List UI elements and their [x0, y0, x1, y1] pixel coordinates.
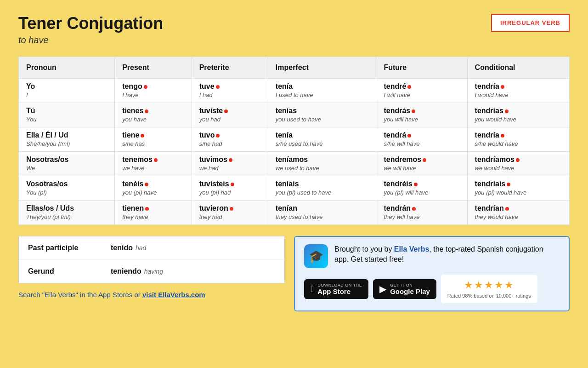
col-pronoun: Pronoun — [19, 57, 115, 79]
past-participle-translation: had — [136, 244, 146, 252]
app-store-button[interactable]:  Download on the App Store — [304, 279, 368, 299]
verb-sub: I have — [122, 92, 138, 98]
verb-sub: you used to have — [276, 116, 321, 123]
verb-form: tendré — [384, 82, 459, 91]
irregular-dot — [407, 134, 411, 138]
table-row: Ellas/os / UdsThey/you (pl fml)tienenthe… — [19, 201, 570, 225]
verb-sub: you have — [122, 116, 147, 123]
irregular-dot — [501, 134, 504, 138]
col-preterite: Preterite — [192, 57, 268, 79]
verb-form: tendrás — [384, 107, 459, 115]
verb-form: tuvo — [199, 131, 260, 139]
verb-sub: you would have — [475, 116, 516, 123]
verb-cell: teníanthey used to have — [268, 201, 376, 225]
verb-sub: they had — [199, 213, 222, 220]
verb-form: teníamos — [276, 155, 369, 164]
verb-translation: to have — [18, 35, 163, 46]
verb-name: Tener — [18, 14, 62, 33]
verb-sub: they would have — [475, 213, 518, 220]
verb-cell: tendríasyou would have — [467, 103, 569, 127]
verb-cell: tuveI had — [192, 79, 268, 103]
pronoun-cell: Ellas/os / UdsThey/you (pl fml) — [19, 201, 115, 225]
search-prompt: Search "Ella Verbs" in the App Stores or… — [18, 291, 285, 299]
verb-sub: we had — [199, 165, 219, 172]
verb-cell: tendréI will have — [376, 79, 467, 103]
col-conditional: Conditional — [467, 57, 569, 79]
page-header: Tener Conjugation to have IRREGULAR VERB — [18, 14, 570, 46]
verb-form: teníais — [276, 180, 369, 188]
irregular-verb-badge: IRREGULAR VERB — [491, 14, 570, 32]
verb-cell: tuvisteisyou (pl) had — [192, 176, 268, 201]
pronoun-main: Yo — [26, 82, 107, 91]
verb-form: tengo — [122, 82, 184, 91]
table-row: TúYoutienesyou havetuvisteyou hadteníasy… — [19, 103, 570, 127]
verb-form: tenías — [276, 107, 369, 115]
gerund-label: Gerund — [28, 267, 111, 276]
pronoun-sub: We — [26, 165, 35, 172]
table-row: Vosotras/osYou (pl)tenéisyou (pl) havetu… — [19, 176, 570, 201]
col-imperfect: Imperfect — [268, 57, 376, 79]
verb-form: tenía — [276, 131, 369, 139]
pronoun-main: Ellas/os / Uds — [26, 204, 107, 213]
verb-sub: s/he used to have — [276, 140, 323, 147]
pronoun-cell: Nosotras/osWe — [19, 152, 115, 176]
irregular-dot — [423, 158, 426, 162]
ella-verbs-app-link[interactable]: Ella Verbs — [394, 245, 430, 253]
verb-cell: tenéisyou (pl) have — [115, 176, 192, 201]
bottom-section: Past participle tenido had Gerund tenien… — [18, 236, 570, 311]
google-play-button[interactable]: ▶ GET IT ON Google Play — [373, 279, 436, 299]
irregular-dot — [505, 109, 509, 113]
verb-sub: you (pl) will have — [384, 189, 428, 196]
verb-sub: we used to have — [276, 165, 319, 172]
pronoun-main: Tú — [26, 107, 107, 115]
irregular-dot — [501, 85, 504, 89]
irregular-dot — [145, 183, 148, 186]
verb-form: tendríamos — [475, 155, 562, 164]
verb-form: tuvimos — [199, 155, 260, 164]
pronoun-main: Vosotras/os — [26, 180, 107, 188]
verb-sub: they have — [122, 213, 148, 220]
rating-text: Rated 98% based on 10,000+ ratings — [447, 293, 531, 299]
gerund-row: Gerund teniendo having — [19, 260, 284, 283]
verb-cell: tendremoswe will have — [376, 152, 467, 176]
verb-cell: tienenthey have — [115, 201, 192, 225]
irregular-dot — [412, 207, 416, 211]
verb-cell: tendrás/he will have — [376, 127, 467, 152]
verb-cell: teníaI used to have — [268, 79, 376, 103]
verb-form: tenían — [276, 204, 369, 213]
pronoun-cell: Ella / Él / UdShe/he/you (fml) — [19, 127, 115, 152]
verb-sub: s/he had — [199, 140, 222, 147]
verb-form: tendrían — [475, 204, 562, 213]
verb-sub: I used to have — [276, 92, 313, 98]
gerund-value: teniendo — [111, 267, 141, 276]
verb-form: tuvieron — [199, 204, 260, 213]
google-play-icon: ▶ — [379, 283, 386, 294]
verb-cell: tenías/he used to have — [268, 127, 376, 152]
promo-text-before: Brought to you by — [334, 245, 394, 253]
app-store-top-text: Download on the — [317, 283, 362, 288]
verb-cell: teníamoswe used to have — [268, 152, 376, 176]
promo-box: 🎓 Brought to you by Ella Verbs, the top-… — [294, 236, 570, 311]
verb-sub: s/he has — [122, 140, 145, 147]
gerund-translation: having — [144, 268, 163, 275]
verb-cell: tendríamoswe would have — [467, 152, 569, 176]
verb-sub: they used to have — [276, 213, 323, 220]
verb-cell: tienes/he has — [115, 127, 192, 152]
ella-verbs-link[interactable]: visit EllaVerbs.com — [142, 291, 205, 299]
verb-form: tendría — [475, 82, 562, 91]
title-suffix: Conjugation — [62, 14, 163, 33]
rating-box: ★★★★★ Rated 98% based on 10,000+ ratings — [441, 275, 537, 303]
irregular-dot — [216, 134, 220, 138]
verb-form: tendréis — [384, 180, 459, 188]
col-future: Future — [376, 57, 467, 79]
verb-sub: I had — [199, 92, 213, 98]
table-row: Nosotras/osWetenemoswe havetuvimoswe had… — [19, 152, 570, 176]
verb-sub: you (pl) had — [199, 189, 231, 196]
verb-cell: tendréisyou (pl) will have — [376, 176, 467, 201]
pronoun-sub: I — [26, 92, 28, 98]
verb-form: tendrá — [384, 131, 459, 139]
verb-cell: tienesyou have — [115, 103, 192, 127]
verb-sub: they will have — [384, 213, 419, 220]
google-play-main-text: Google Play — [390, 288, 430, 295]
promo-text: Brought to you by Ella Verbs, the top-ra… — [334, 244, 560, 265]
